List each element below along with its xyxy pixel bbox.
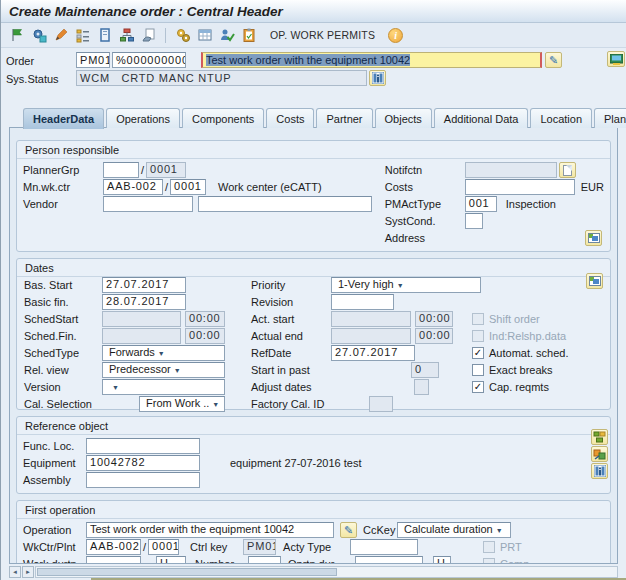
rel-view-dropdown[interactable]: Predecessor▼ [102, 362, 225, 378]
start-in-past-label: Start in past [251, 364, 411, 376]
long-text-pencil-button[interactable]: ✎ [545, 52, 562, 68]
order-description-field[interactable]: Test work order with the equipment 10042 [201, 52, 542, 68]
work-permit-info-icon[interactable]: i [388, 28, 403, 43]
permit-clipboard-icon[interactable] [240, 27, 257, 44]
tab-costs[interactable]: Costs [266, 108, 314, 128]
oprtn-dur-field[interactable] [355, 556, 423, 564]
cap-reqmts-checkbox[interactable]: ✓ [472, 381, 484, 393]
create-notification-button[interactable] [559, 162, 576, 178]
put-in-process-gear-icon[interactable] [30, 27, 47, 44]
date-detail-button[interactable] [586, 273, 603, 289]
object-link-button[interactable] [591, 446, 608, 462]
number-field[interactable] [248, 556, 281, 564]
tab-label: Planning [604, 113, 626, 125]
acty-type-field[interactable] [350, 539, 418, 555]
schedfin-label: Sched.Fin. [24, 330, 102, 342]
exact-breaks-label: Exact breaks [489, 364, 553, 376]
scroll-left-button[interactable]: ◄ [9, 566, 21, 578]
version-dropdown[interactable]: ▼ [102, 379, 225, 395]
release-flag-icon[interactable] [8, 27, 25, 44]
schedtype-dropdown[interactable]: Forwards▼ [102, 345, 225, 361]
dropdown-value: 1-Very high [335, 278, 397, 290]
tab-components[interactable]: Components [182, 108, 264, 128]
priority-dropdown[interactable]: 1-Very high▼ [331, 277, 481, 293]
slash-separator: / [163, 181, 170, 193]
priority-label: Priority [251, 279, 331, 291]
operation-row: Operation Test work order with the equip… [23, 522, 604, 538]
tab-additional-data[interactable]: Additional Data [434, 108, 529, 128]
tab-objects[interactable]: Objects [375, 108, 432, 128]
equipment-field[interactable]: 10042782 [86, 455, 200, 471]
oprtn-dur-unit-field[interactable]: H [433, 556, 451, 564]
tab-planning[interactable]: Planning [594, 108, 626, 128]
tabstrip: HeaderData Operations Components Costs P… [9, 107, 618, 128]
work-duration-row: Work durtn H Number Oprtn dur. H Comp. [23, 556, 604, 564]
assembly-field[interactable] [86, 472, 200, 488]
main-workcenter-row: Mn.wk.ctr AAB-002 / 0001 Work center (eC… [23, 179, 385, 195]
act-start-time-field: 00:00 [415, 311, 453, 327]
address-label: Address [385, 232, 425, 244]
scrollbar-track[interactable] [35, 566, 618, 578]
version-label: Version [24, 381, 102, 393]
currency-label: EUR [581, 181, 604, 193]
vendor-field[interactable] [103, 196, 193, 212]
op-wkctr-field[interactable]: AAB-002 [86, 539, 141, 555]
systcond-field[interactable] [465, 213, 483, 229]
address-detail-button[interactable] [585, 230, 602, 246]
scrollbar-thumb[interactable] [37, 568, 337, 576]
operation-label: Operation [23, 524, 86, 536]
costs-field[interactable] [465, 179, 575, 195]
revision-field[interactable] [331, 294, 394, 310]
cal-selection-dropdown[interactable]: From Work ..▼ [139, 396, 225, 412]
operation-text-field[interactable]: Test work order with the equipment 10042 [86, 522, 334, 538]
vendor-name-field[interactable] [198, 196, 372, 212]
cckey-dropdown[interactable]: Calculate duration▼ [397, 522, 511, 538]
plannergrp-field[interactable] [103, 162, 139, 178]
work-durtn-field[interactable] [86, 556, 141, 564]
refdate-field[interactable]: 27.07.2017 [331, 345, 415, 361]
pmacttype-field[interactable]: 001 [465, 196, 497, 212]
exact-breaks-checkbox[interactable] [472, 364, 484, 376]
operation-longtext-button[interactable]: ✎ [340, 522, 357, 538]
settings-gears-icon[interactable] [174, 27, 191, 44]
work-durtn-label: Work durtn [23, 558, 86, 564]
ctrl-key-field: PM01 [243, 539, 276, 555]
sap-window: Create Maintenance order : Central Heade… [0, 0, 626, 580]
worklist-icon[interactable] [74, 27, 91, 44]
ind-relshp-checkbox [472, 330, 484, 342]
order-number-field[interactable]: %00000000001 [112, 52, 186, 68]
print-preview-icon[interactable] [140, 27, 157, 44]
work-durtn-unit-field[interactable]: H [156, 556, 186, 564]
equipment-desc: equipment 27-07-2016 test [230, 457, 361, 469]
toolbar-separator [165, 28, 166, 43]
bas-start-field[interactable]: 27.07.2017 [102, 277, 186, 293]
func-loc-field[interactable] [86, 438, 200, 454]
scroll-right-button[interactable]: ► [22, 566, 34, 578]
partner-check-icon[interactable] [218, 27, 235, 44]
table-view-icon[interactable] [196, 27, 213, 44]
status-info-button[interactable] [369, 70, 386, 86]
op-work-permits-button[interactable]: OP. WORK PERMITS [270, 29, 375, 41]
automat-sched-checkbox[interactable]: ✓ [472, 347, 484, 359]
wkctr-plant-field[interactable]: 0001 [170, 179, 206, 195]
shift-order-label: Shift order [489, 313, 540, 325]
tab-location[interactable]: Location [530, 108, 592, 128]
pmacttype-label: PMActType [385, 198, 465, 210]
object-info-button[interactable] [591, 463, 608, 479]
headerdata-tab-content: Person responsible PlannerGrp / 0001 Mn.… [9, 127, 618, 564]
basic-fin-field[interactable]: 28.07.2017 [102, 294, 186, 310]
factory-cal-field [369, 396, 393, 412]
schedstart-field [102, 311, 181, 327]
tab-headerdata[interactable]: HeaderData [23, 108, 104, 129]
tab-partner[interactable]: Partner [316, 108, 372, 128]
document-icon[interactable] [96, 27, 113, 44]
tab-operations[interactable]: Operations [106, 108, 180, 128]
order-type-field[interactable]: PM01 [76, 52, 110, 68]
structure-overview-button[interactable] [591, 429, 608, 445]
mn-wk-ctr-field[interactable]: AAB-002 [103, 179, 163, 195]
schedule-pencil-icon[interactable] [52, 27, 69, 44]
dropdown-value: Predecessor [106, 363, 174, 375]
org-structure-icon[interactable] [118, 27, 135, 44]
op-plant-field[interactable]: 0001 [148, 539, 179, 555]
worklist-overview-button[interactable] [607, 51, 625, 67]
